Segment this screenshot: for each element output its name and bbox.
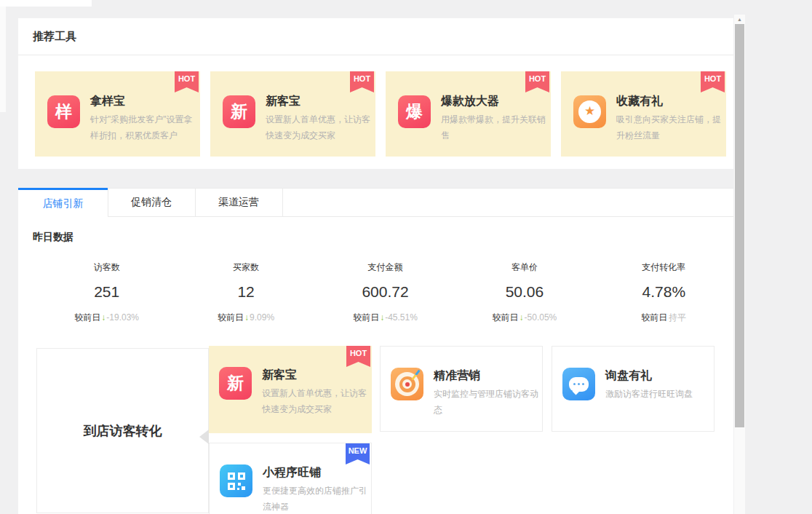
tool-card-xinkebao[interactable]: HOT 新 新客宝 设置新人首单优惠，让访客快速变为成交买家	[210, 71, 375, 157]
compare-label: 较前日	[218, 312, 244, 323]
hot-item-icon: 爆	[398, 95, 431, 128]
tool-title: 精准营销	[434, 368, 480, 384]
tab-divider	[282, 188, 283, 217]
change-value: -19.03%	[106, 312, 139, 323]
tool-card-baokuan[interactable]: HOT 爆 爆款放大器 用爆款带爆款，提升关联销售	[386, 71, 551, 157]
metric-label: 客单价	[455, 261, 594, 274]
metric-compare: 较前日↓9.09%	[176, 312, 315, 324]
metric-avg-order-value: 客单价 50.06 较前日↓-50.05%	[455, 261, 594, 324]
down-arrow-icon: ↓	[520, 312, 524, 323]
chat-icon	[562, 368, 595, 400]
tool-title: 新客宝	[266, 94, 300, 109]
recommended-tools-title: 推荐工具	[18, 18, 733, 55]
tool-title: 拿样宝	[90, 94, 125, 109]
new-customer-icon: 新	[219, 367, 252, 400]
background-artifact	[0, 0, 92, 7]
tool-desc: 设置新人首单优惠，让访客快速变为成交买家	[266, 111, 371, 143]
change-value: 持平	[669, 312, 686, 323]
tool-title: 新客宝	[262, 368, 297, 383]
scroll-up-arrow-icon[interactable]: ▲	[734, 15, 745, 24]
tool-desc: 实时监控与管理店铺访客动态	[434, 386, 539, 418]
metric-compare: 较前日↓-50.05%	[455, 312, 594, 324]
down-arrow-icon: ↓	[244, 312, 249, 323]
conv-card-xinkebao[interactable]: HOT 新 新客宝 设置新人首单优惠，让访客快速变为成交买家	[209, 346, 372, 433]
scrollbar-thumb[interactable]	[735, 24, 744, 427]
group-pointer-arrow-icon	[199, 430, 209, 444]
tool-title: 询盘有礼	[605, 368, 652, 384]
tab-dianpu-yinxin[interactable]: 店铺引新	[18, 188, 108, 217]
change-value: 9.09%	[250, 312, 274, 323]
conv-card-xiaochengxu-wangpu[interactable]: NEW 小程序旺铺 更便捷更高效的店铺推广引流神器	[209, 443, 372, 514]
metric-conversion-rate: 支付转化率 4.78% 较前日持平	[594, 261, 733, 324]
down-arrow-icon: ↓	[101, 312, 106, 323]
vertical-scrollbar[interactable]: ▲	[734, 15, 745, 514]
tool-desc: 吸引意向买家关注店铺，提升粉丝流量	[616, 111, 722, 143]
hot-badge: HOT	[175, 71, 199, 92]
conv-card-jingzhun-yingxiao[interactable]: 精准营销 实时监控与管理店铺访客动态	[380, 346, 543, 432]
tool-desc: 更便捷更高效的店铺推广引流神器	[263, 483, 368, 514]
metric-buyers: 买家数 12 较前日↓9.09%	[176, 261, 315, 324]
compare-label: 较前日	[493, 312, 519, 323]
down-arrow-icon: ↓	[380, 312, 384, 323]
yesterday-data-title: 昨日数据	[33, 231, 733, 244]
metric-label: 访客数	[37, 261, 176, 274]
tool-card-nayangbao[interactable]: HOT 样 拿样宝 针对"采购批发客户"设置拿样折扣，积累优质客户	[35, 71, 200, 157]
conversion-group-label: 到店访客转化	[36, 348, 209, 513]
metric-compare: 较前日持平	[594, 312, 733, 324]
metric-payment-amount: 支付金额 600.72 较前日↓-45.51%	[316, 261, 455, 324]
hot-badge: HOT	[346, 346, 370, 367]
tool-desc: 用爆款带爆款，提升关联销售	[441, 111, 546, 143]
store-data-panel: 店铺引新 促销清仓 渠道运营 昨日数据 访客数 251 较前日↓-19.03% …	[18, 188, 733, 514]
target-icon	[391, 368, 423, 400]
metric-value: 12	[176, 283, 315, 301]
metric-label: 支付金额	[316, 261, 455, 274]
metric-compare: 较前日↓-19.03%	[37, 312, 176, 324]
tool-card-shoucang[interactable]: HOT ★ 收藏有礼 吸引意向买家关注店铺，提升粉丝流量	[561, 71, 726, 157]
metric-label: 支付转化率	[594, 261, 733, 274]
background-artifact	[0, 7, 6, 112]
new-badge: NEW	[346, 443, 370, 464]
tab-bar: 店铺引新 促销清仓 渠道运营	[18, 188, 733, 217]
metric-value: 50.06	[455, 283, 594, 301]
compare-label: 较前日	[74, 312, 100, 323]
hot-badge: HOT	[350, 71, 374, 92]
tool-desc: 激励访客进行旺旺询盘	[605, 386, 711, 402]
change-value: -50.05%	[525, 312, 557, 323]
tab-cuxiao-qingcang[interactable]: 促销清仓	[108, 188, 195, 217]
compare-label: 较前日	[353, 312, 379, 323]
page-root: { "colors": { "accent_blue": "#1b82f8", …	[0, 0, 812, 514]
hot-badge: HOT	[701, 71, 725, 92]
hot-badge: HOT	[525, 71, 549, 92]
recommended-tools-panel: 推荐工具 HOT 样 拿样宝 针对"采购批发客户"设置拿样折扣，积累优质客户 H…	[18, 18, 733, 169]
qr-code-icon	[220, 464, 252, 497]
tab-qudao-yunying[interactable]: 渠道运营	[195, 188, 282, 217]
metric-visitors: 访客数 251 较前日↓-19.03%	[37, 261, 176, 324]
yesterday-metrics: 访客数 251 较前日↓-19.03% 买家数 12 较前日↓9.09% 支付金…	[18, 261, 733, 324]
metric-value: 4.78%	[594, 283, 733, 301]
metric-label: 买家数	[176, 261, 315, 274]
new-customer-icon: 新	[223, 95, 255, 128]
metric-compare: 较前日↓-45.51%	[316, 312, 455, 324]
metric-value: 251	[37, 283, 176, 301]
star-icon: ★	[573, 95, 606, 128]
sample-icon: 样	[47, 95, 80, 128]
change-value: -45.51%	[385, 312, 418, 323]
tool-desc: 针对"采购批发客户"设置拿样折扣，积累优质客户	[90, 111, 196, 143]
tool-title: 爆款放大器	[441, 94, 499, 109]
tool-title: 收藏有礼	[616, 94, 663, 109]
metric-value: 600.72	[316, 283, 455, 301]
conv-card-xunpan-youli[interactable]: 询盘有礼 激励访客进行旺旺询盘	[552, 346, 715, 432]
tool-desc: 设置新人首单优惠，让访客快速变为成交买家	[262, 385, 367, 417]
tools-row: HOT 样 拿样宝 针对"采购批发客户"设置拿样折扣，积累优质客户 HOT 新 …	[18, 55, 733, 157]
compare-label: 较前日	[641, 312, 667, 323]
tool-title: 小程序旺铺	[263, 465, 321, 481]
